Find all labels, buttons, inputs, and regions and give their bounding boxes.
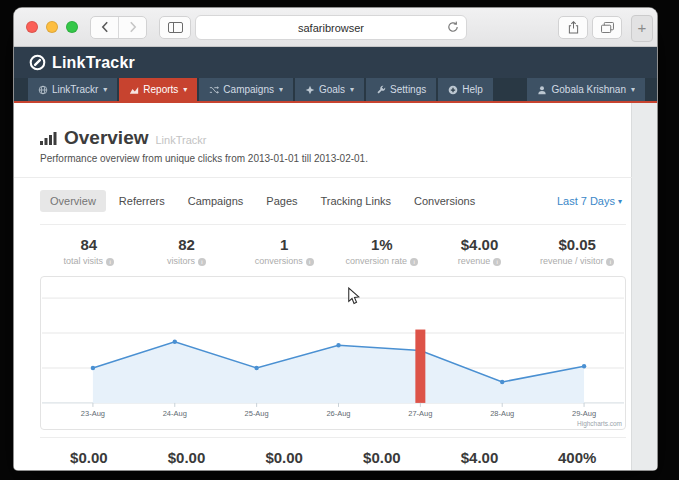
site-logo[interactable]: LinkTrackr (52, 54, 135, 72)
stats-top: 84total visitsi82visitorsi1conversionsi1… (40, 224, 626, 275)
svg-text:29-Aug: 29-Aug (572, 409, 596, 418)
nav-item-goals[interactable]: Goals▾ (295, 78, 364, 101)
stat-label: conversion ratei (333, 256, 431, 266)
stat-label-text: visitors (167, 256, 195, 266)
info-icon[interactable]: i (306, 258, 314, 266)
svg-text:24-Aug: 24-Aug (163, 409, 187, 418)
shuffle-icon (209, 85, 219, 95)
forward-button[interactable] (118, 17, 146, 38)
nav-item-reports[interactable]: Reports▾ (119, 78, 197, 101)
stat-label-text: cost / visit (161, 469, 201, 470)
page-heading: Overview LinkTrackr (40, 127, 626, 149)
stat-label: roii (528, 469, 626, 470)
stat-label: cost / visiti (138, 469, 236, 470)
page-title-suffix: LinkTrackr (156, 134, 207, 146)
tabs-row: OverviewReferrersCampaignsPagesTracking … (40, 190, 626, 212)
info-icon[interactable]: i (493, 258, 501, 266)
share-button[interactable] (558, 16, 588, 39)
tab-campaigns[interactable]: Campaigns (178, 190, 254, 212)
stat-value: 82 (138, 236, 236, 253)
stat-value: $0.00 (235, 449, 333, 466)
nav-item-help[interactable]: Help (438, 78, 493, 101)
sidebar-button[interactable] (159, 16, 191, 39)
stat-value: 400% (528, 449, 626, 466)
stat-label: revenue / visitori (528, 256, 626, 266)
linktrackr-logo-icon (29, 54, 46, 71)
visits-chart[interactable]: 23-Aug24-Aug25-Aug26-Aug27-Aug28-Aug29-A… (40, 276, 626, 430)
nav-item-linktrackr[interactable]: LinkTrackr▾ (28, 78, 117, 101)
tabs-icon (601, 22, 614, 33)
stat-label: cost / dayi (235, 469, 333, 470)
back-icon (101, 21, 109, 33)
stat-label-text: conversion rate (346, 256, 408, 266)
reports-chart-icon (129, 85, 139, 95)
address-bar[interactable]: safaribrowser (195, 15, 467, 40)
info-icon[interactable]: i (606, 258, 614, 266)
nav-item-campaigns[interactable]: Campaigns▾ (199, 78, 293, 101)
user-menu[interactable]: Gobala Krishnan ▾ (527, 78, 645, 101)
tab-referrers[interactable]: Referrers (109, 190, 175, 212)
forward-icon (129, 21, 137, 33)
help-icon (448, 85, 458, 95)
stat-cost-day: $0.00cost / dayi (235, 449, 333, 470)
svg-text:26-Aug: 26-Aug (326, 409, 350, 418)
stat-label-text: total cost (65, 469, 101, 470)
back-button[interactable] (91, 17, 118, 38)
nav-item-label: LinkTrackr (52, 84, 98, 95)
tab-pages[interactable]: Pages (256, 190, 307, 212)
stat-value: 1% (333, 236, 431, 253)
stat-label: cpai (333, 469, 431, 470)
site-header: LinkTrackr (14, 47, 657, 78)
stat-label-text: revenue / visitor (540, 256, 604, 266)
caret-down-icon: ▾ (618, 197, 622, 206)
info-icon[interactable]: i (106, 258, 114, 266)
caret-down-icon: ▾ (350, 85, 354, 94)
stat-value: $0.00 (333, 449, 431, 466)
user-name: Gobala Krishnan (551, 84, 626, 95)
stat-visitors: 82visitorsi (138, 236, 236, 266)
nav-item-label: Help (462, 84, 483, 95)
area-chart-svg: 23-Aug24-Aug25-Aug26-Aug27-Aug28-Aug29-A… (41, 277, 625, 429)
svg-text:27-Aug: 27-Aug (408, 409, 432, 418)
close-button[interactable] (26, 21, 38, 33)
stats-bottom: $0.00total costi$0.00cost / visiti$0.00c… (40, 437, 626, 470)
history-buttons (90, 16, 147, 39)
tab-tracking-links[interactable]: Tracking Links (311, 190, 402, 212)
stat-label-text: cpa (369, 469, 384, 470)
caret-down-icon: ▾ (279, 85, 283, 94)
info-icon[interactable]: i (198, 258, 206, 266)
info-icon[interactable]: i (410, 258, 418, 266)
caret-down-icon: ▾ (631, 85, 635, 94)
page-content: Overview LinkTrackr Performance overview… (14, 103, 657, 470)
tab-overview[interactable]: Overview (40, 190, 106, 212)
stat-conversions: 1conversionsi (235, 236, 333, 266)
caret-down-icon: ▾ (103, 85, 107, 94)
tab-conversions[interactable]: Conversions (404, 190, 485, 212)
stat-label-text: roi (567, 469, 577, 470)
address-text: safaribrowser (298, 22, 364, 34)
stat-cost-visit: $0.00cost / visiti (138, 449, 236, 470)
zoom-button[interactable] (66, 21, 78, 33)
refresh-button[interactable] (447, 21, 459, 35)
date-range-label: Last 7 Days (557, 195, 615, 207)
window-controls (26, 21, 78, 33)
stat-roi: 400%roii (528, 449, 626, 470)
stat-profit: $4.00profiti (431, 449, 529, 470)
stat-value: $0.00 (138, 449, 236, 466)
main-nav: LinkTrackr▾Reports▾Campaigns▾Goals▾Setti… (14, 78, 657, 103)
minimize-button[interactable] (46, 21, 58, 33)
user-icon (537, 85, 547, 95)
stat-value: $4.00 (431, 236, 529, 253)
refresh-icon (447, 21, 459, 33)
stat-label: profiti (431, 469, 529, 470)
report-tabs: OverviewReferrersCampaignsPagesTracking … (40, 190, 488, 212)
stat-label: total visitsi (40, 256, 138, 266)
date-range-selector[interactable]: Last 7 Days ▾ (557, 195, 622, 207)
scroll-gutter[interactable] (631, 103, 657, 470)
svg-text:28-Aug: 28-Aug (490, 409, 514, 418)
svg-text:Highcharts.com: Highcharts.com (577, 420, 622, 428)
tab-overview-button[interactable] (592, 16, 622, 39)
nav-item-settings[interactable]: Settings (366, 78, 436, 101)
stat-value: 1 (235, 236, 333, 253)
new-tab-button[interactable]: + (631, 15, 653, 42)
